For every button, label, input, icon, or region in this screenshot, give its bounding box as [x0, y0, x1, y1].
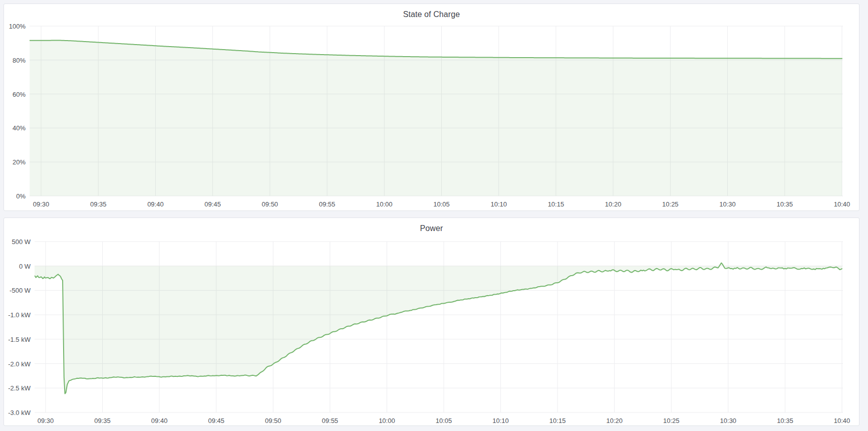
- series-area-fill: [30, 40, 842, 196]
- panel-power[interactable]: Power 500 W0 W-500 W-1.0 kW-1.5 kW-2.0 k…: [4, 218, 859, 426]
- chart-canvas[interactable]: [4, 218, 860, 426]
- chart-canvas[interactable]: [4, 4, 860, 211]
- series-area-fill: [34, 263, 842, 394]
- panel-state-of-charge[interactable]: State of Charge 100%80%60%40%20%0%09:300…: [4, 4, 859, 211]
